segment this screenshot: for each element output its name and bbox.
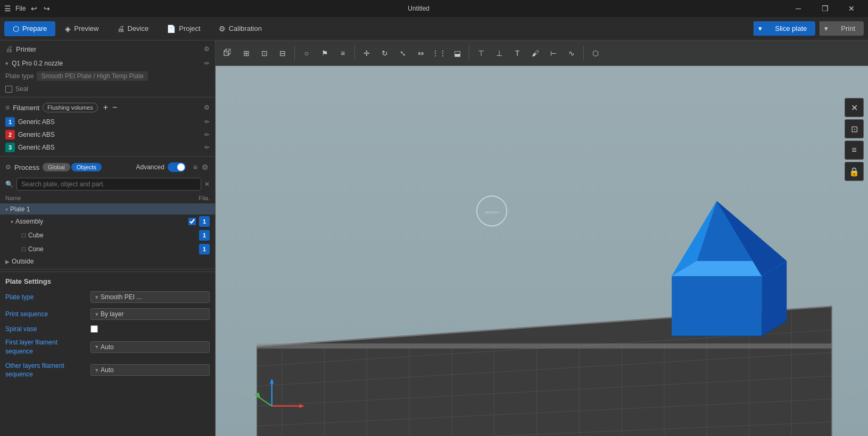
tb-merge-icon[interactable]: ⊥ bbox=[491, 45, 508, 62]
plate-type-label: Plate type bbox=[5, 72, 34, 80]
search-clear-icon[interactable]: ✕ bbox=[204, 180, 210, 188]
plate-type-value[interactable]: Smooth PEI Plate / High Temp Plate bbox=[37, 71, 148, 81]
slice-dropdown-arrow[interactable]: ▾ bbox=[754, 21, 766, 36]
seal-checkbox[interactable] bbox=[5, 86, 12, 93]
maximize-button[interactable]: ❐ bbox=[813, 0, 837, 17]
redo-button[interactable]: ↪ bbox=[43, 3, 51, 14]
process-toggle-group[interactable]: Global Objects bbox=[43, 163, 102, 171]
tb-obj-icon[interactable]: ○ bbox=[298, 45, 315, 62]
tab-preview[interactable]: ◈ Preview bbox=[56, 21, 107, 36]
settings-val-first-layer[interactable]: ▾ Auto bbox=[90, 341, 210, 353]
tree-row-outside[interactable]: ▶ Outside bbox=[0, 256, 215, 267]
slice-label[interactable]: Slice plate bbox=[766, 21, 815, 36]
tree-row-cube[interactable]: ☐ Cube 1 bbox=[0, 228, 215, 242]
settings-val-other-layers-text: Auto bbox=[101, 366, 114, 374]
tb-sep-4 bbox=[583, 46, 584, 61]
minimize-button[interactable]: ─ bbox=[786, 0, 811, 17]
tb-scale-icon[interactable]: ⤡ bbox=[394, 45, 411, 62]
tb-layers-icon[interactable]: ≡ bbox=[334, 45, 351, 62]
tree-row-cone[interactable]: ☐ Cone 1 bbox=[0, 242, 215, 256]
tab-project[interactable]: 📄 Project bbox=[158, 21, 209, 36]
advanced-toggle-switch[interactable] bbox=[168, 162, 186, 172]
tb-rotate-icon[interactable]: ↻ bbox=[376, 45, 393, 62]
tree-row-assembly[interactable]: ▾ Assembly 1 bbox=[0, 215, 215, 228]
close-button[interactable]: ✕ bbox=[839, 0, 864, 17]
tb-mirror-icon[interactable]: ⇔ bbox=[412, 45, 429, 62]
vp-view-btn[interactable]: ⊡ bbox=[845, 119, 864, 138]
process-section-title: Process bbox=[14, 163, 39, 171]
divider-2 bbox=[0, 156, 215, 157]
menu-file-label[interactable]: File bbox=[15, 5, 26, 12]
tb-flatten-icon[interactable]: ⬓ bbox=[449, 45, 466, 62]
filament-remove-icon[interactable]: − bbox=[112, 103, 117, 112]
filament-add-icon[interactable]: + bbox=[103, 103, 108, 112]
printer-edit-icon[interactable]: ✏ bbox=[204, 60, 210, 67]
assembly-label: Assembly bbox=[15, 218, 188, 225]
filament-edit-3[interactable]: ✏ bbox=[204, 144, 210, 151]
undo-button[interactable]: ↩ bbox=[30, 3, 38, 14]
main-area: 🖨 Printer ⚙ ▾ Q1 Pro 0.2 nozzle ✏ Plate … bbox=[0, 40, 868, 436]
print-label[interactable]: Print bbox=[832, 21, 864, 36]
settings-val-plate-type-text: Smooth PEI ... bbox=[101, 293, 142, 301]
settings-val-plate-type[interactable]: ▾ Smooth PEI ... bbox=[90, 291, 210, 303]
vp-layers-btn[interactable]: ≡ bbox=[845, 141, 864, 160]
process-list-icon[interactable]: ≡ bbox=[192, 162, 199, 172]
settings-val-other-layers[interactable]: ▾ Auto bbox=[90, 364, 210, 376]
tb-grid-icon[interactable]: ⊞ bbox=[238, 45, 255, 62]
settings-row-first-layer: First layer filamentsequence ▾ Auto bbox=[0, 335, 215, 359]
hamburger-icon[interactable]: ☰ bbox=[4, 4, 11, 13]
tb-seam-icon[interactable]: ∿ bbox=[563, 45, 580, 62]
process-settings-icon[interactable]: ⚙ bbox=[201, 162, 210, 172]
window-title: Untitled bbox=[51, 5, 786, 12]
search-input[interactable] bbox=[16, 178, 201, 191]
objects-toggle[interactable]: Objects bbox=[71, 163, 102, 171]
settings-row-spiral-vase: Spiral vase bbox=[0, 323, 215, 335]
assembly-checkbox[interactable] bbox=[188, 218, 196, 225]
cone-fila-badge: 1 bbox=[199, 244, 210, 254]
cone-label: Cone bbox=[28, 245, 199, 253]
slice-plate-button[interactable]: ▾ Slice plate bbox=[754, 21, 815, 36]
tb-move-icon[interactable]: ✛ bbox=[358, 45, 375, 62]
printer-settings-icon[interactable]: ⚙ bbox=[204, 45, 210, 53]
tb-text-icon[interactable]: T bbox=[509, 45, 526, 62]
tb-view-icon[interactable]: ⊡ bbox=[256, 45, 273, 62]
filament-edit-2[interactable]: ✏ bbox=[204, 131, 210, 138]
tb-split-icon[interactable]: ⊤ bbox=[473, 45, 490, 62]
tb-paint-icon[interactable]: 🖌 bbox=[527, 45, 544, 62]
tb-ortho-icon[interactable]: ⊟ bbox=[274, 45, 291, 62]
viewport[interactable]: ⊞ ⊡ ⊟ ○ ⚑ ≡ ✛ ↻ ⤡ ⇔ ⋮⋮ ⬓ ⊤ ⊥ T 🖌 ⊢ ∿ ⬡ bbox=[216, 40, 868, 436]
menu-area[interactable]: ☰ File ↩ ↪ bbox=[4, 3, 51, 14]
tab-calibration[interactable]: ⚙ Calibration bbox=[210, 21, 270, 36]
tb-sep-3 bbox=[469, 46, 469, 61]
tb-flag-icon[interactable]: ⚑ bbox=[316, 45, 333, 62]
tb-support-icon[interactable]: ⊢ bbox=[545, 45, 562, 62]
flushing-volumes-button[interactable]: Flushing volumes bbox=[43, 103, 98, 112]
settings-row-print-sequence: Print sequence ▾ By layer bbox=[0, 306, 215, 323]
tb-3d-view-icon[interactable] bbox=[220, 45, 237, 62]
filament-name-2: Generic ABS bbox=[18, 131, 201, 138]
tb-sep-1 bbox=[294, 46, 295, 61]
tb-mesh-icon[interactable]: ⬡ bbox=[587, 45, 604, 62]
assembly-chevron: ▾ bbox=[11, 219, 13, 225]
scene-3d[interactable]: QIDITECH 245x24 ✕ bbox=[216, 66, 868, 436]
window-controls[interactable]: ─ ❐ ✕ bbox=[786, 0, 864, 17]
settings-label-other-layers: Other layers filamentsequence bbox=[5, 361, 90, 380]
vp-lock-btn[interactable]: 🔒 bbox=[845, 162, 864, 181]
settings-row-other-layers: Other layers filamentsequence ▾ Auto bbox=[0, 359, 215, 382]
tab-device[interactable]: 🖨 Device bbox=[109, 21, 158, 36]
print-button[interactable]: ▾ Print bbox=[820, 21, 864, 36]
filament-edit-1[interactable]: ✏ bbox=[204, 118, 210, 126]
tb-arrange-icon[interactable]: ⋮⋮ bbox=[431, 45, 448, 62]
print-dropdown-arrow[interactable]: ▾ bbox=[820, 21, 832, 36]
global-toggle[interactable]: Global bbox=[43, 163, 70, 171]
filament-settings-icon[interactable]: ⚙ bbox=[204, 104, 210, 111]
project-icon: 📄 bbox=[167, 24, 176, 33]
settings-val-print-sequence[interactable]: ▾ By layer bbox=[90, 308, 210, 320]
printer-name-row: ▾ Q1 Pro 0.2 nozzle ✏ bbox=[0, 57, 215, 69]
tab-prepare-label: Prepare bbox=[22, 24, 47, 32]
tree-row-plate1[interactable]: ▾ Plate 1 bbox=[0, 204, 215, 215]
tab-prepare[interactable]: ⬡ Prepare bbox=[4, 21, 55, 36]
advanced-label: Advanced bbox=[136, 163, 164, 171]
settings-cb-spiral-vase[interactable] bbox=[90, 325, 98, 333]
vp-close-btn[interactable]: ✕ bbox=[845, 98, 864, 117]
